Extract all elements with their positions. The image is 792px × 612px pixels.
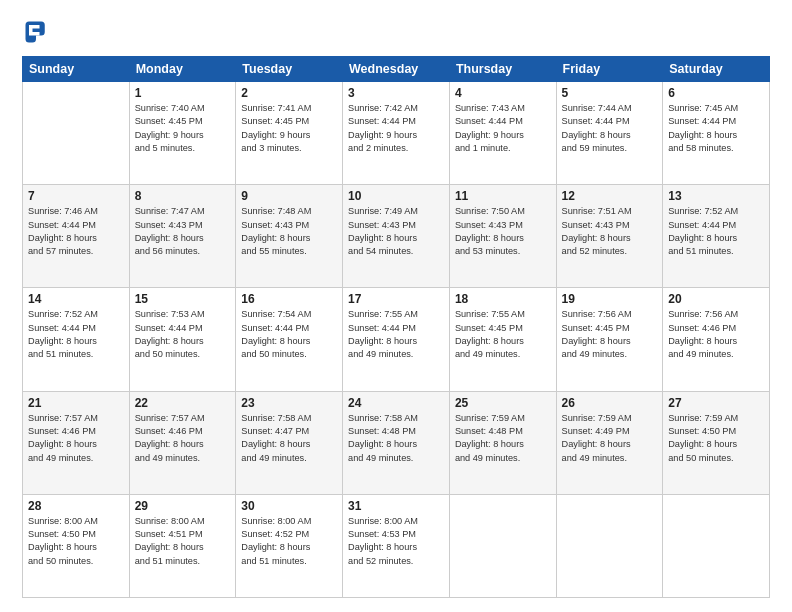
calendar-week: 14Sunrise: 7:52 AM Sunset: 4:44 PM Dayli… [23, 288, 770, 391]
day-info: Sunrise: 8:00 AM Sunset: 4:51 PM Dayligh… [135, 515, 231, 568]
day-info: Sunrise: 7:50 AM Sunset: 4:43 PM Dayligh… [455, 205, 551, 258]
weekday-header: Thursday [449, 57, 556, 82]
calendar-cell: 24Sunrise: 7:58 AM Sunset: 4:48 PM Dayli… [343, 391, 450, 494]
day-info: Sunrise: 7:54 AM Sunset: 4:44 PM Dayligh… [241, 308, 337, 361]
calendar-cell: 19Sunrise: 7:56 AM Sunset: 4:45 PM Dayli… [556, 288, 663, 391]
calendar-cell: 30Sunrise: 8:00 AM Sunset: 4:52 PM Dayli… [236, 494, 343, 597]
day-info: Sunrise: 7:45 AM Sunset: 4:44 PM Dayligh… [668, 102, 764, 155]
calendar-cell: 6Sunrise: 7:45 AM Sunset: 4:44 PM Daylig… [663, 82, 770, 185]
calendar-cell: 14Sunrise: 7:52 AM Sunset: 4:44 PM Dayli… [23, 288, 130, 391]
calendar-cell: 27Sunrise: 7:59 AM Sunset: 4:50 PM Dayli… [663, 391, 770, 494]
day-info: Sunrise: 7:52 AM Sunset: 4:44 PM Dayligh… [668, 205, 764, 258]
day-info: Sunrise: 7:44 AM Sunset: 4:44 PM Dayligh… [562, 102, 658, 155]
day-info: Sunrise: 7:51 AM Sunset: 4:43 PM Dayligh… [562, 205, 658, 258]
day-info: Sunrise: 7:53 AM Sunset: 4:44 PM Dayligh… [135, 308, 231, 361]
day-number: 15 [135, 292, 231, 306]
weekday-header: Wednesday [343, 57, 450, 82]
day-number: 7 [28, 189, 124, 203]
calendar-cell: 22Sunrise: 7:57 AM Sunset: 4:46 PM Dayli… [129, 391, 236, 494]
weekday-header: Monday [129, 57, 236, 82]
weekday-header: Sunday [23, 57, 130, 82]
day-info: Sunrise: 7:59 AM Sunset: 4:50 PM Dayligh… [668, 412, 764, 465]
day-info: Sunrise: 7:55 AM Sunset: 4:45 PM Dayligh… [455, 308, 551, 361]
calendar-cell: 10Sunrise: 7:49 AM Sunset: 4:43 PM Dayli… [343, 185, 450, 288]
day-info: Sunrise: 7:42 AM Sunset: 4:44 PM Dayligh… [348, 102, 444, 155]
calendar-week: 1Sunrise: 7:40 AM Sunset: 4:45 PM Daylig… [23, 82, 770, 185]
logo-icon [22, 18, 50, 46]
day-info: Sunrise: 7:59 AM Sunset: 4:49 PM Dayligh… [562, 412, 658, 465]
day-info: Sunrise: 7:56 AM Sunset: 4:45 PM Dayligh… [562, 308, 658, 361]
calendar-cell: 23Sunrise: 7:58 AM Sunset: 4:47 PM Dayli… [236, 391, 343, 494]
day-info: Sunrise: 7:47 AM Sunset: 4:43 PM Dayligh… [135, 205, 231, 258]
day-info: Sunrise: 8:00 AM Sunset: 4:50 PM Dayligh… [28, 515, 124, 568]
day-number: 26 [562, 396, 658, 410]
calendar-cell: 29Sunrise: 8:00 AM Sunset: 4:51 PM Dayli… [129, 494, 236, 597]
calendar-cell: 5Sunrise: 7:44 AM Sunset: 4:44 PM Daylig… [556, 82, 663, 185]
day-number: 27 [668, 396, 764, 410]
weekday-header: Friday [556, 57, 663, 82]
calendar-cell: 25Sunrise: 7:59 AM Sunset: 4:48 PM Dayli… [449, 391, 556, 494]
calendar-cell: 3Sunrise: 7:42 AM Sunset: 4:44 PM Daylig… [343, 82, 450, 185]
header [22, 18, 770, 46]
day-info: Sunrise: 7:58 AM Sunset: 4:48 PM Dayligh… [348, 412, 444, 465]
day-number: 30 [241, 499, 337, 513]
calendar-table: SundayMondayTuesdayWednesdayThursdayFrid… [22, 56, 770, 598]
day-info: Sunrise: 7:46 AM Sunset: 4:44 PM Dayligh… [28, 205, 124, 258]
calendar-cell: 12Sunrise: 7:51 AM Sunset: 4:43 PM Dayli… [556, 185, 663, 288]
day-number: 6 [668, 86, 764, 100]
day-number: 28 [28, 499, 124, 513]
calendar-cell: 4Sunrise: 7:43 AM Sunset: 4:44 PM Daylig… [449, 82, 556, 185]
calendar-cell: 16Sunrise: 7:54 AM Sunset: 4:44 PM Dayli… [236, 288, 343, 391]
calendar-cell: 18Sunrise: 7:55 AM Sunset: 4:45 PM Dayli… [449, 288, 556, 391]
day-number: 4 [455, 86, 551, 100]
day-number: 20 [668, 292, 764, 306]
calendar-cell: 21Sunrise: 7:57 AM Sunset: 4:46 PM Dayli… [23, 391, 130, 494]
day-number: 5 [562, 86, 658, 100]
calendar-week: 7Sunrise: 7:46 AM Sunset: 4:44 PM Daylig… [23, 185, 770, 288]
day-number: 31 [348, 499, 444, 513]
calendar-header: SundayMondayTuesdayWednesdayThursdayFrid… [23, 57, 770, 82]
day-number: 17 [348, 292, 444, 306]
day-info: Sunrise: 8:00 AM Sunset: 4:53 PM Dayligh… [348, 515, 444, 568]
day-info: Sunrise: 7:43 AM Sunset: 4:44 PM Dayligh… [455, 102, 551, 155]
calendar-cell: 2Sunrise: 7:41 AM Sunset: 4:45 PM Daylig… [236, 82, 343, 185]
calendar-cell [449, 494, 556, 597]
day-info: Sunrise: 7:52 AM Sunset: 4:44 PM Dayligh… [28, 308, 124, 361]
day-number: 13 [668, 189, 764, 203]
calendar-cell: 7Sunrise: 7:46 AM Sunset: 4:44 PM Daylig… [23, 185, 130, 288]
logo [22, 18, 54, 46]
day-number: 2 [241, 86, 337, 100]
calendar-cell: 9Sunrise: 7:48 AM Sunset: 4:43 PM Daylig… [236, 185, 343, 288]
day-info: Sunrise: 7:56 AM Sunset: 4:46 PM Dayligh… [668, 308, 764, 361]
day-info: Sunrise: 7:59 AM Sunset: 4:48 PM Dayligh… [455, 412, 551, 465]
day-number: 9 [241, 189, 337, 203]
calendar-cell: 17Sunrise: 7:55 AM Sunset: 4:44 PM Dayli… [343, 288, 450, 391]
calendar-cell: 13Sunrise: 7:52 AM Sunset: 4:44 PM Dayli… [663, 185, 770, 288]
calendar-cell: 26Sunrise: 7:59 AM Sunset: 4:49 PM Dayli… [556, 391, 663, 494]
page: SundayMondayTuesdayWednesdayThursdayFrid… [0, 0, 792, 612]
calendar-cell [23, 82, 130, 185]
calendar-cell: 31Sunrise: 8:00 AM Sunset: 4:53 PM Dayli… [343, 494, 450, 597]
calendar-cell: 11Sunrise: 7:50 AM Sunset: 4:43 PM Dayli… [449, 185, 556, 288]
calendar-cell [663, 494, 770, 597]
day-info: Sunrise: 7:57 AM Sunset: 4:46 PM Dayligh… [28, 412, 124, 465]
calendar-cell: 20Sunrise: 7:56 AM Sunset: 4:46 PM Dayli… [663, 288, 770, 391]
day-info: Sunrise: 7:55 AM Sunset: 4:44 PM Dayligh… [348, 308, 444, 361]
calendar-cell: 8Sunrise: 7:47 AM Sunset: 4:43 PM Daylig… [129, 185, 236, 288]
day-info: Sunrise: 8:00 AM Sunset: 4:52 PM Dayligh… [241, 515, 337, 568]
calendar-cell: 15Sunrise: 7:53 AM Sunset: 4:44 PM Dayli… [129, 288, 236, 391]
day-number: 21 [28, 396, 124, 410]
day-number: 10 [348, 189, 444, 203]
calendar-cell: 1Sunrise: 7:40 AM Sunset: 4:45 PM Daylig… [129, 82, 236, 185]
day-number: 1 [135, 86, 231, 100]
day-info: Sunrise: 7:40 AM Sunset: 4:45 PM Dayligh… [135, 102, 231, 155]
day-number: 25 [455, 396, 551, 410]
day-number: 11 [455, 189, 551, 203]
weekday-header: Tuesday [236, 57, 343, 82]
day-number: 14 [28, 292, 124, 306]
day-info: Sunrise: 7:57 AM Sunset: 4:46 PM Dayligh… [135, 412, 231, 465]
day-info: Sunrise: 7:49 AM Sunset: 4:43 PM Dayligh… [348, 205, 444, 258]
day-number: 23 [241, 396, 337, 410]
calendar-week: 21Sunrise: 7:57 AM Sunset: 4:46 PM Dayli… [23, 391, 770, 494]
day-number: 19 [562, 292, 658, 306]
